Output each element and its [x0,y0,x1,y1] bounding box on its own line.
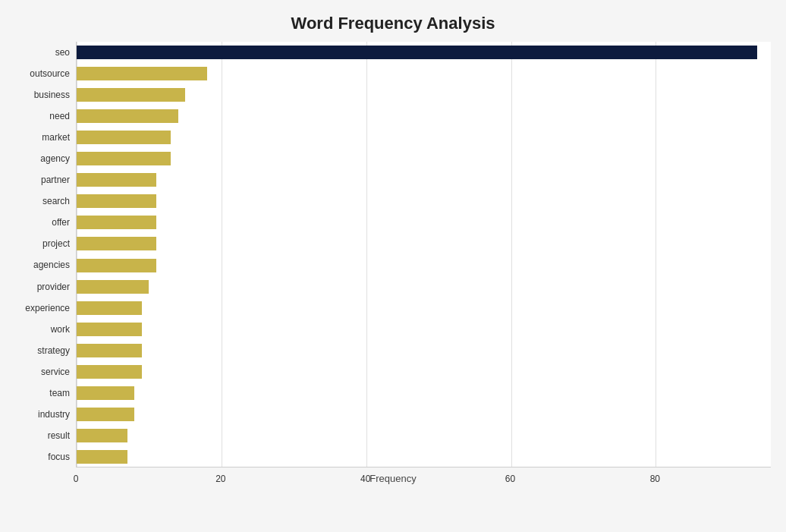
bar [77,67,207,80]
y-label: work [0,319,76,340]
y-labels: seooutsourcebusinessneedmarketagencypart… [0,42,76,467]
grid-line [77,42,77,467]
y-label: experience [0,297,76,319]
bars-area [76,42,771,467]
bar [77,450,127,464]
bar [77,194,156,208]
y-label: service [0,361,76,382]
y-label: industry [0,404,76,425]
bar [77,173,156,187]
bar-row [77,323,771,336]
bar [77,259,156,272]
bar-row [77,259,771,272]
chart-title: Word Frequency Analysis [0,0,786,41]
bar [77,88,185,102]
y-label: search [0,190,76,212]
bar [77,323,142,336]
bar-row [77,429,771,442]
grid-lines [77,42,771,467]
bar-row [77,237,771,250]
y-label: seo [0,42,76,63]
bar [77,216,156,229]
bar [77,386,134,400]
y-label: agencies [0,254,76,275]
bar-row [77,173,771,187]
y-label: focus [0,446,76,467]
chart-container: Word Frequency Analysis seooutsourcebusi… [0,0,786,532]
y-label: market [0,127,76,148]
y-label: result [0,425,76,446]
y-label: partner [0,169,76,190]
bar [77,365,142,379]
y-label: team [0,382,76,404]
bar-row [77,194,771,208]
bar [77,152,171,165]
bar-row [77,67,771,80]
bar [77,131,171,144]
bar-row [77,344,771,357]
bar-row [77,408,771,421]
bar-row [77,301,771,315]
y-label: strategy [0,340,76,361]
bar-row [77,46,771,59]
bar-row [77,152,771,165]
bar [77,344,142,357]
y-label: agency [0,148,76,169]
chart-area: seooutsourcebusinessneedmarketagencypart… [0,42,786,490]
bar [77,429,127,442]
bar-row [77,109,771,123]
bar [77,46,757,59]
y-label: business [0,84,76,105]
bar [77,237,156,250]
bar-row [77,280,771,294]
bar-row [77,386,771,400]
bar-row [77,216,771,229]
bar [77,109,178,123]
bar-row [77,88,771,102]
bar [77,301,142,315]
bar-row [77,365,771,379]
bar [77,280,149,294]
bar-row [77,131,771,144]
bar-row [77,450,771,464]
x-axis-title: Frequency [0,473,786,484]
bar [77,408,134,421]
y-label: outsource [0,63,76,84]
y-label: provider [0,276,76,297]
grid-line [222,42,222,467]
y-label: need [0,105,76,127]
grid-line [656,42,656,467]
grid-line [511,42,512,467]
grid-line [366,42,367,467]
y-label: project [0,233,76,254]
y-label: offer [0,212,76,233]
